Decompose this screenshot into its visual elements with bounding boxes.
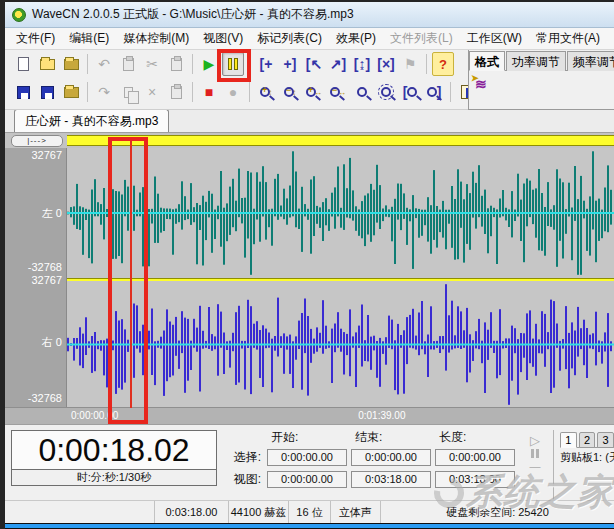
delete-button: × [141,80,163,104]
time-display-box: 0:00:18.02 时:分:秒:1/30秒 [11,430,217,500]
zoom-full-button[interactable] [351,80,373,104]
select-end-button[interactable]: +] [279,52,301,76]
save-icon [17,86,30,99]
bottom-panel: 0:00:18.02 时:分:秒:1/30秒 开始: 结束: 长度: 选择: 0… [5,425,614,500]
save-as-button[interactable] [36,80,58,104]
menu-view[interactable]: 视图(V) [196,28,250,49]
menu-bar: 文件(F) 编辑(E) 媒体控制(M) 视图(V) 标记列表(C) 效果(P) … [5,28,614,50]
menu-workspace[interactable]: 工作区(W) [460,28,529,49]
clipboard-tabs: 1 2 3 [560,432,614,448]
title-bar: WaveCN 2.0.0.5 正式版 - G:\Music\庄心妍 - 真的不容… [5,2,614,28]
status-field-channels: 立体声 [331,501,381,523]
selection-end-field[interactable]: 0:00:00.00 [351,449,431,466]
tab-frequency-adjust[interactable]: 频率调节 [567,51,614,71]
clear-selection-button[interactable]: [×] [375,52,397,76]
add-marker-button: ⚑ [399,52,421,76]
marker-to-end-button[interactable]: ↗] [327,52,349,76]
zoom-out-horizontal-icon: − [330,87,340,97]
zoom-selection-end-button[interactable]: ] [423,80,445,104]
paste-icon [171,58,182,71]
paste-button [165,52,187,76]
waveform-right-channel[interactable] [67,281,614,408]
new-file-icon [18,57,29,71]
zoom-selection-start-button[interactable]: [ [399,80,421,104]
play-icon: ▶ [204,57,215,71]
play-button[interactable]: ▶ [198,52,220,76]
new-file-button[interactable] [12,52,34,76]
time-ruler[interactable]: 0:00:00.00 0:01:39.00 [5,407,614,424]
import-file-button[interactable] [60,52,82,76]
toolbar: ↶ ✂ ▶ [+ +] [↖ ↗] [↨] [×] ⚑ ? [5,50,614,110]
select-all-button[interactable]: [↨] [351,52,373,76]
status-field-samplerate: 44100 赫兹 [229,501,289,523]
zoom-in-vertical-button[interactable]: +↕ [255,80,277,104]
window-bottom-edge [5,523,614,529]
stop-button[interactable]: ■ [198,80,220,104]
select-start-button[interactable]: [+ [255,52,277,76]
zoom-in-horizontal-button[interactable]: +↔ [303,80,325,104]
status-field-duration: 0:03:18.00 [155,501,229,523]
mag-icon [407,87,417,97]
menu-edit[interactable]: 编辑(E) [62,28,116,49]
format-convert-icon[interactable]: ➤≋ [475,76,487,92]
selection-start-field[interactable]: 0:00:00.00 [267,449,347,466]
mag-icon [427,87,437,97]
format-panel-tabs: 格式 功率调节 频率调节 [469,51,614,71]
tab-power-adjust[interactable]: 功率调节 [506,51,566,71]
marker-to-start-button[interactable]: [↖ [303,52,325,76]
menu-marker-list[interactable]: 标记列表(C) [250,28,329,49]
toolbar-separator [249,82,250,102]
menu-effects[interactable]: 效果(P) [329,28,383,49]
select-all-icon: [↨] [354,57,370,71]
view-start-field[interactable]: 0:00:00.00 [267,471,347,488]
selection-length-field[interactable]: 0:00:00.00 [435,449,515,466]
zoom-in-horizontal-icon: + [306,87,316,97]
toolbar-separator [192,54,193,74]
cut-button: ✂ [141,52,163,76]
waveform-left-channel[interactable] [67,148,614,278]
help-button[interactable]: ? [432,52,454,76]
zoom-out-vertical-icon: − [284,87,294,97]
open-folder-icon [40,59,55,70]
mini-pause-icon[interactable] [531,449,539,458]
menu-common-files[interactable]: 常用文件(A) [529,28,607,49]
status-field-empty [5,501,155,523]
redo-button: ↷ [93,80,115,104]
view-end-field[interactable]: 0:03:18.00 [351,471,431,488]
toolbar-separator [450,82,451,102]
selection-grid: 开始: 结束: 长度: 选择: 0:00:00.00 0:00:00.00 0:… [227,430,515,500]
marker-to-end-icon: ↗] [330,57,346,71]
col-header-length: 长度: [435,429,515,446]
col-header-end: 结束: [351,429,431,446]
time-ruler-mid: 0:01:39.00 [358,410,405,421]
open-file-button[interactable] [36,52,58,76]
zoom-out-horizontal-button[interactable]: −↔ [327,80,349,104]
time-format-label[interactable]: 时:分:秒:1/30秒 [11,470,217,486]
overview-mode-button[interactable]: |---> [11,135,63,147]
tab-format[interactable]: 格式 [469,51,505,71]
zoom-selection-button[interactable] [375,80,397,104]
clipboard-tab-1[interactable]: 1 [560,432,577,448]
menu-file[interactable]: 文件(F) [9,28,62,49]
app-window: WaveCN 2.0.0.5 正式版 - G:\Music\庄心妍 - 真的不容… [0,0,614,529]
close-file-button[interactable] [60,80,82,104]
mini-dash: — [530,460,541,472]
zoom-out-vertical-button[interactable]: −↕ [279,80,301,104]
toolbar-separator [426,54,427,74]
toolbar-separator [87,54,88,74]
help-icon: ? [439,58,447,71]
menu-media-control[interactable]: 媒体控制(M) [116,28,196,49]
clear-selection-icon: [×] [377,57,395,71]
clipboard-tab-2[interactable]: 2 [579,432,596,448]
overview-position-bar[interactable] [67,135,614,146]
view-length-field[interactable]: 0:03:18.00 [435,471,515,488]
clipboard-tab-3[interactable]: 3 [597,432,614,448]
mini-play-icon[interactable]: ▷ [530,434,540,447]
pause-button[interactable] [222,52,244,76]
document-tab[interactable]: 庄心妍 - 真的不容易.mp3 [14,109,169,132]
save-as-icon [41,86,54,99]
save-button[interactable] [12,80,34,104]
waveform-canvas[interactable] [67,148,614,407]
menu-file-list: 文件列表(L) [383,28,460,49]
amp-label-max-right: 32767 [31,274,62,286]
